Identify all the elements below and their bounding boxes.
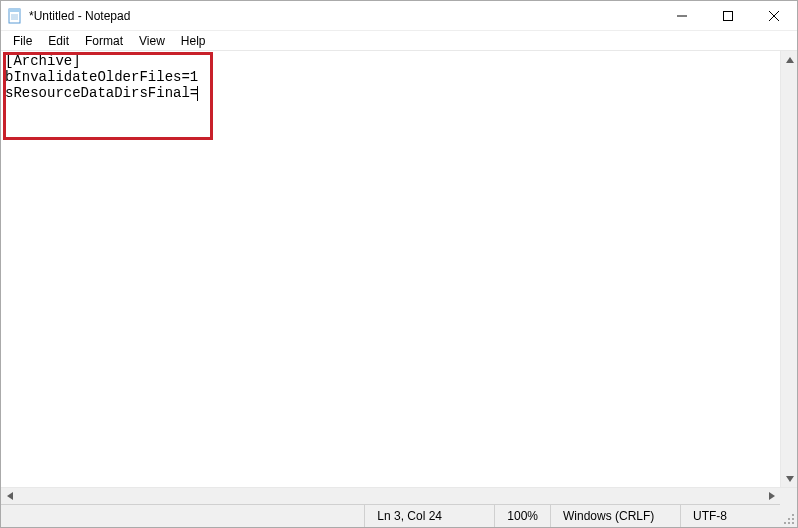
close-button[interactable] bbox=[751, 1, 797, 30]
svg-point-12 bbox=[784, 522, 786, 524]
editor-line: [Archive] bbox=[5, 53, 81, 69]
svg-point-11 bbox=[792, 518, 794, 520]
statusbar: Ln 3, Col 24 100% Windows (CRLF) UTF-8 bbox=[1, 504, 797, 527]
svg-point-10 bbox=[788, 518, 790, 520]
notepad-icon bbox=[7, 8, 23, 24]
menu-help[interactable]: Help bbox=[173, 32, 214, 50]
editor-line: bInvalidateOlderFiles=1 bbox=[5, 69, 198, 85]
text-caret bbox=[197, 86, 198, 101]
horizontal-scrollbar[interactable] bbox=[1, 487, 797, 504]
status-zoom: 100% bbox=[494, 505, 550, 527]
scroll-down-icon[interactable] bbox=[781, 470, 797, 487]
scroll-right-icon[interactable] bbox=[763, 488, 780, 505]
minimize-button[interactable] bbox=[659, 1, 705, 30]
status-encoding: UTF-8 bbox=[680, 505, 780, 527]
scroll-up-icon[interactable] bbox=[781, 51, 797, 68]
svg-rect-1 bbox=[9, 9, 20, 12]
menu-file[interactable]: File bbox=[5, 32, 40, 50]
notepad-window: *Untitled - Notepad File Edit Format Vie… bbox=[0, 0, 798, 528]
svg-point-14 bbox=[792, 522, 794, 524]
svg-point-13 bbox=[788, 522, 790, 524]
text-editor[interactable]: [Archive] bInvalidateOlderFiles=1 sResou… bbox=[1, 51, 780, 487]
menubar: File Edit Format View Help bbox=[1, 31, 797, 51]
editor-line: sResourceDataDirsFinal= bbox=[5, 85, 198, 101]
maximize-button[interactable] bbox=[705, 1, 751, 30]
vertical-scrollbar[interactable] bbox=[780, 51, 797, 487]
resize-grip-icon[interactable] bbox=[780, 505, 797, 527]
svg-rect-6 bbox=[724, 11, 733, 20]
scroll-left-icon[interactable] bbox=[1, 488, 18, 505]
status-line-ending: Windows (CRLF) bbox=[550, 505, 680, 527]
scroll-corner bbox=[780, 488, 797, 505]
svg-point-9 bbox=[792, 514, 794, 516]
menu-edit[interactable]: Edit bbox=[40, 32, 77, 50]
menu-format[interactable]: Format bbox=[77, 32, 131, 50]
status-position: Ln 3, Col 24 bbox=[364, 505, 494, 527]
menu-view[interactable]: View bbox=[131, 32, 173, 50]
titlebar[interactable]: *Untitled - Notepad bbox=[1, 1, 797, 31]
editor-area: [Archive] bInvalidateOlderFiles=1 sResou… bbox=[1, 51, 797, 487]
window-title: *Untitled - Notepad bbox=[29, 9, 659, 23]
window-controls bbox=[659, 1, 797, 30]
